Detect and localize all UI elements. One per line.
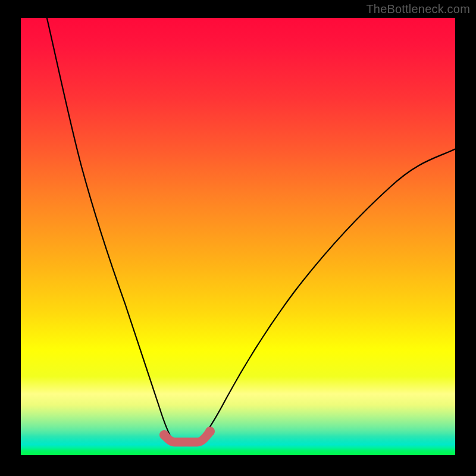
chart-plot-area (21, 18, 455, 455)
left-falling-curve (47, 18, 173, 441)
bottom-highlight-curve (164, 431, 210, 442)
chart-svg (21, 18, 455, 455)
highlight-end-dot-left (159, 430, 169, 440)
highlight-end-dot-right (205, 427, 215, 436)
stage: TheBottleneck.com (0, 0, 476, 476)
right-rising-curve (199, 149, 456, 441)
watermark-text: TheBottleneck.com (366, 2, 470, 16)
